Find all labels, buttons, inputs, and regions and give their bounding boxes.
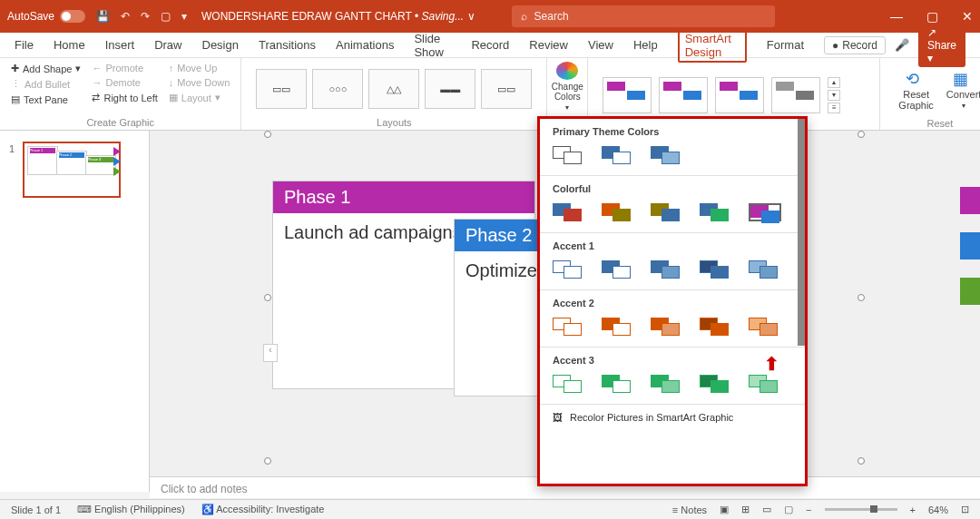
add-shape-button[interactable]: ✚ Add Shape ▾ [7, 62, 84, 75]
color-option-selected[interactable] [749, 203, 781, 221]
tab-view[interactable]: View [588, 34, 613, 55]
layout-option[interactable]: ▭▭ [256, 69, 307, 109]
style-option[interactable] [659, 77, 708, 113]
redo-icon[interactable]: ↷ [141, 10, 150, 23]
movedown-button: ↓ Move Down [165, 76, 234, 89]
record-button[interactable]: ● Record [824, 36, 886, 54]
rtl-button[interactable]: ⇄ Right to Left [88, 91, 161, 104]
color-option[interactable] [602, 203, 634, 221]
tab-help[interactable]: Help [633, 34, 658, 55]
color-option[interactable] [602, 146, 634, 164]
color-option[interactable] [700, 203, 732, 221]
color-option[interactable] [553, 375, 585, 393]
tab-review[interactable]: Review [529, 34, 568, 55]
slideshow-view-icon[interactable]: ▢ [784, 504, 793, 515]
accessibility-indicator[interactable]: ♿ Accessibility: Investigate [201, 504, 325, 515]
reading-view-icon[interactable]: ▭ [762, 504, 771, 515]
color-option[interactable] [749, 318, 781, 336]
layout-option[interactable]: ○○○ [312, 69, 363, 109]
color-option[interactable] [553, 260, 585, 279]
color-option[interactable] [602, 318, 634, 336]
present-icon[interactable]: ▢ [161, 10, 171, 23]
moveup-button: ↑ Move Up [165, 62, 234, 74]
change-colors-button[interactable]: Change Colors ▾ [547, 58, 587, 115]
color-option[interactable] [651, 260, 683, 279]
zoom-out-icon[interactable]: − [806, 504, 811, 515]
color-option[interactable] [602, 260, 634, 279]
text-pane-toggle[interactable]: ‹ [263, 344, 278, 362]
search-icon: ⌕ [521, 10, 527, 23]
color-option[interactable] [602, 375, 634, 393]
color-option[interactable] [651, 146, 683, 164]
tab-design[interactable]: Design [202, 34, 239, 55]
color-option[interactable] [651, 203, 683, 221]
tab-smartart-design[interactable]: SmartArt Design [678, 28, 747, 63]
autosave-label: AutoSave [7, 10, 54, 23]
autosave-toggle[interactable]: AutoSave [7, 10, 85, 23]
style-option[interactable] [715, 77, 764, 113]
search-input[interactable] [534, 10, 766, 23]
scrollbar[interactable] [798, 119, 805, 346]
language-indicator[interactable]: ⌨ English (Philippines) [77, 504, 185, 515]
color-option[interactable] [749, 260, 781, 279]
section-title: Accent 1 [553, 240, 792, 251]
zoom-in-icon[interactable]: + [910, 504, 916, 515]
color-option[interactable] [553, 318, 585, 336]
color-option[interactable] [651, 318, 683, 336]
close-icon[interactable]: ✕ [962, 9, 973, 24]
status-bar: Slide 1 of 1 ⌨ English (Philippines) ♿ A… [0, 499, 980, 519]
tab-animations[interactable]: Animations [336, 34, 394, 55]
minimize-icon[interactable]: — [890, 9, 903, 24]
gallery-more[interactable]: ▴▾≡ [828, 77, 840, 113]
color-option[interactable] [651, 375, 683, 393]
fit-window-icon[interactable]: ⊡ [961, 504, 969, 515]
layouts-group: ▭▭ ○○○ △△ ▬▬ ▭▭ Layouts [241, 58, 547, 130]
color-wheel-icon [556, 62, 578, 80]
maximize-icon[interactable]: ▢ [926, 9, 938, 24]
toggle-icon [60, 10, 85, 23]
tab-slideshow[interactable]: Slide Show [414, 28, 451, 63]
style-option[interactable] [603, 77, 652, 113]
tab-home[interactable]: Home [54, 34, 85, 55]
tab-format[interactable]: Format [767, 34, 804, 55]
text-pane-button[interactable]: ▤ Text Pane [7, 93, 84, 106]
reset-graphic-button[interactable]: ⟲ Reset Graphic [898, 69, 934, 111]
zoom-level[interactable]: 64% [928, 504, 948, 515]
tab-insert[interactable]: Insert [105, 34, 135, 55]
color-option[interactable] [700, 318, 732, 336]
phase1-title: Phase 1 [273, 181, 534, 213]
convert-button[interactable]: ▦ Convert ▾ [946, 69, 980, 110]
tab-record[interactable]: Record [471, 34, 509, 55]
tab-file[interactable]: File [15, 34, 34, 55]
section-title: Accent 3 [553, 355, 792, 366]
notes-button[interactable]: ≡ Notes [672, 504, 707, 515]
layout-button: ▦ Layout ▾ [165, 91, 234, 104]
zoom-slider[interactable] [825, 508, 897, 511]
style-option[interactable] [771, 77, 820, 113]
tab-draw[interactable]: Draw [154, 34, 181, 55]
qat-dropdown-icon[interactable]: ▾ [181, 10, 187, 23]
window-controls: — ▢ ✕ [890, 9, 973, 24]
normal-view-icon[interactable]: ▣ [720, 504, 729, 515]
tab-transitions[interactable]: Transitions [259, 34, 316, 55]
sorter-view-icon[interactable]: ⊞ [741, 504, 750, 515]
color-option[interactable] [553, 146, 585, 164]
color-option[interactable] [700, 260, 732, 279]
color-option[interactable] [553, 203, 585, 221]
slide-thumbnails-panel[interactable]: 1 Phase 1 Phase 2 Phase 3 [0, 131, 150, 492]
recolor-pictures-link[interactable]: 🖼 Recolor Pictures in SmartArt Graphic [540, 405, 805, 430]
undo-icon[interactable]: ↶ [121, 10, 130, 23]
save-icon[interactable]: 💾 [96, 10, 110, 23]
search-box[interactable]: ⌕ [512, 5, 775, 27]
group-label: Reset [887, 118, 980, 129]
layout-option[interactable]: ▭▭ [481, 69, 532, 109]
color-option[interactable] [749, 375, 781, 393]
layout-option[interactable]: △△ [368, 69, 419, 109]
slide-counter[interactable]: Slide 1 of 1 [11, 504, 61, 515]
mic-icon[interactable]: 🎤 [895, 38, 909, 52]
layout-option[interactable]: ▬▬ [425, 69, 475, 109]
section-title: Accent 2 [553, 298, 792, 308]
color-option[interactable] [700, 375, 732, 393]
group-label: Create Graphic [7, 117, 233, 128]
slide-thumbnail[interactable]: Phase 1 Phase 2 Phase 3 [23, 142, 121, 198]
